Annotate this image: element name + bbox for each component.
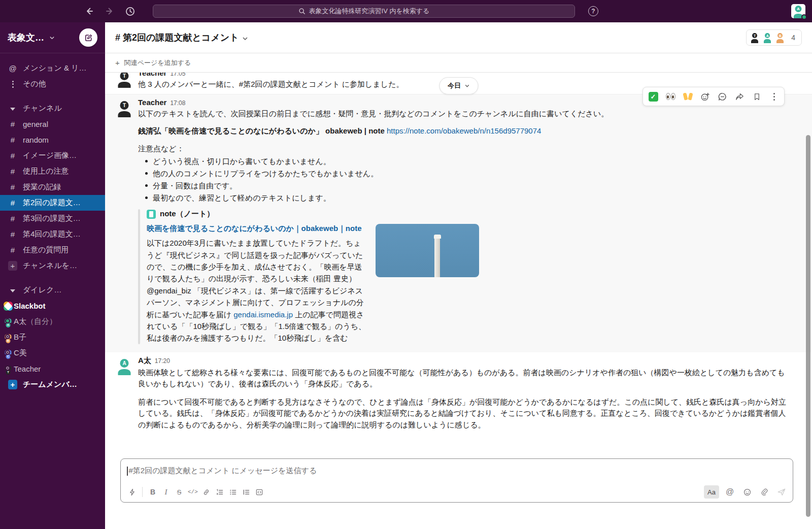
raised-hands-emoji-icon (684, 93, 692, 100)
invite-members-button[interactable]: + チームメンバ… (0, 377, 105, 392)
send-button[interactable] (775, 485, 788, 499)
bookmark-icon (753, 92, 761, 101)
unfurl-title-link[interactable]: 映画を倍速で見ることのなにがわるいのか｜obakeweb｜note (147, 222, 369, 234)
plus-icon: + (8, 261, 17, 271)
message-author[interactable]: A太 (138, 356, 151, 366)
react-eyes-button[interactable] (662, 89, 679, 104)
emoji-picker-button[interactable] (740, 485, 754, 499)
sidebar-channel-week3[interactable]: #第3回の課題文… (0, 211, 105, 226)
text-caret (127, 467, 128, 476)
bullet-icon (145, 160, 148, 162)
history-buttons (84, 6, 136, 17)
avatar[interactable]: T (115, 73, 133, 88)
user-avatar[interactable]: A (791, 4, 805, 18)
thread-icon (718, 92, 727, 102)
bold-button[interactable]: B (146, 485, 159, 499)
blockquote-button[interactable] (240, 485, 253, 499)
collapse-triangle-icon (8, 107, 17, 111)
attach-file-button[interactable] (758, 485, 771, 499)
message-list: 今日 T Teacher 17:05 他 3 人のメンバーと一緒に、#第2回の課… (105, 73, 812, 456)
message-author[interactable]: Teacher (138, 73, 166, 77)
member-avatar: B (774, 32, 786, 43)
add-channel-button[interactable]: +チャンネルを… (0, 258, 105, 274)
mention-button[interactable]: @ (723, 485, 736, 499)
dm-teacher[interactable]: T Teacher (0, 361, 105, 377)
sidebar-channel-week2-active[interactable]: #第2回の課題文… (0, 195, 105, 211)
compose-icon (84, 34, 93, 42)
channel-members-button[interactable]: T A B 4 (746, 29, 802, 46)
bullet-item: 他の人のコメントにリプライをつけるかたちでもかまいません。 (138, 168, 790, 180)
sidebar-item-more[interactable]: その他 (0, 76, 105, 92)
bulleted-list-icon (229, 488, 237, 496)
arrow-right-icon (105, 6, 115, 16)
gendai-link[interactable]: gendai.ismedia.jp (233, 310, 293, 319)
message-timestamp[interactable]: 17:05 (170, 73, 185, 77)
sidebar-channel-week4[interactable]: #第4回の課題文… (0, 226, 105, 242)
vertical-dots-icon (773, 93, 775, 101)
back-button[interactable] (84, 6, 94, 16)
code-block-button[interactable] (253, 485, 266, 499)
hash-icon: # (8, 167, 17, 176)
unfurl-thumbnail-image[interactable] (376, 224, 479, 277)
reply-thread-button[interactable] (714, 89, 730, 104)
dm-cmi[interactable]: C C美 (0, 345, 105, 361)
bullet-item: どういう視点・切り口から書いてもかまいません。 (138, 155, 790, 168)
clock-icon (125, 6, 136, 17)
sidebar-channel-general[interactable]: #general (0, 116, 105, 132)
italic-button[interactable]: I (159, 485, 173, 499)
sidebar-channel-random[interactable]: #random (0, 132, 105, 148)
workspace-header[interactable]: 表象文… (0, 22, 105, 53)
dm-ata-self[interactable]: A A太（自分） (0, 314, 105, 329)
presence-offline-icon (5, 366, 10, 371)
save-bookmark-button[interactable] (749, 89, 765, 104)
history-button[interactable] (125, 6, 136, 17)
channel-title-text: # 第2回の課題文献とコメント (115, 31, 239, 44)
channels-section-header[interactable]: チャンネル (0, 101, 105, 116)
forward-button[interactable] (105, 6, 115, 16)
shortcuts-button[interactable] (125, 485, 139, 499)
more-actions-button[interactable] (766, 89, 782, 104)
message-author[interactable]: Teacher (138, 98, 166, 107)
bookmarks-bar[interactable]: + 関連ページを追加する (105, 53, 812, 73)
sidebar-channel-images[interactable]: #イメージ画像… (0, 148, 105, 163)
vertical-scrollbar[interactable] (806, 135, 810, 517)
bulleted-list-button[interactable] (226, 485, 240, 499)
avatar[interactable]: A (115, 357, 133, 375)
top-bar: 表象文化論特殊研究演習IV 内を検索する ? A (0, 0, 812, 22)
unfurl-bar (138, 209, 140, 344)
reference-url-link[interactable]: https://note.com/obakeweb/n/n156d9577907… (387, 126, 541, 135)
hash-icon: # (8, 120, 17, 128)
sidebar-channel-class-records[interactable]: #授業の記録 (0, 179, 105, 195)
hash-icon: # (8, 199, 17, 207)
share-message-button[interactable] (731, 89, 748, 104)
sidebar-item-label: メンション & リ… (23, 63, 86, 73)
sidebar-nav: @ メンション & リ… その他 チャンネル #general #random … (0, 53, 105, 392)
help-button[interactable]: ? (588, 6, 598, 16)
sidebar-channel-questions[interactable]: #任意の質問用 (0, 242, 105, 258)
react-check-button[interactable]: ✓ (645, 89, 661, 104)
compose-button[interactable] (79, 28, 97, 47)
strikethrough-button[interactable]: S (173, 485, 186, 499)
sidebar-channel-usage-notes[interactable]: #使用上の注意 (0, 163, 105, 179)
react-raised-hands-button[interactable] (680, 89, 696, 104)
channel-title[interactable]: # 第2回の課題文献とコメント (115, 31, 248, 44)
date-divider-pill[interactable]: 今日 (439, 77, 478, 94)
dms-section-header[interactable]: ダイレク… (0, 282, 105, 298)
sidebar-item-mentions[interactable]: @ メンション & リ… (0, 60, 105, 76)
message-input[interactable]: #第2回の課題文献とコメント にメッセージを送信する (121, 459, 793, 482)
code-block-icon (255, 488, 263, 496)
dm-bko[interactable]: B B子 (0, 329, 105, 345)
hide-formatting-button[interactable]: Aa (704, 485, 719, 499)
message-timestamp[interactable]: 17:20 (155, 357, 170, 365)
link-button[interactable] (200, 485, 213, 499)
avatar[interactable]: T (115, 99, 133, 117)
dm-slackbot[interactable]: Slackbot (0, 298, 105, 314)
ordered-list-icon (216, 488, 224, 496)
channel-header: # 第2回の課題文献とコメント T A B 4 (105, 22, 812, 53)
workspace-name: 表象文… (8, 31, 44, 44)
search-input[interactable]: 表象文化論特殊研究演習IV 内を検索する (153, 5, 575, 18)
inline-code-button[interactable]: </> (186, 485, 200, 499)
message-timestamp[interactable]: 17:08 (170, 100, 185, 107)
ordered-list-button[interactable] (213, 485, 226, 499)
add-reaction-button[interactable] (697, 89, 713, 104)
